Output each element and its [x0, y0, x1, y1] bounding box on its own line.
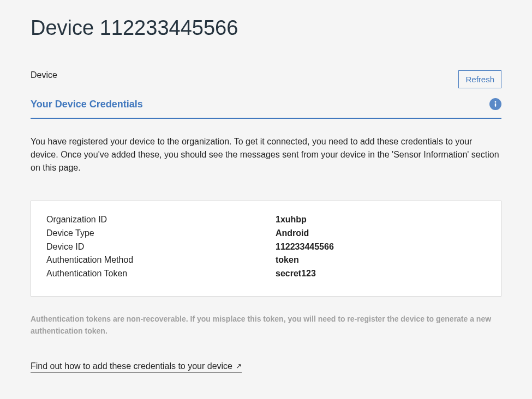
- intro-text: You have registered your device to the o…: [31, 135, 501, 174]
- cred-row-device-type: Device Type Android: [46, 227, 486, 240]
- org-id-value: 1xuhbp: [276, 213, 307, 227]
- token-warning: Authentication tokens are non-recoverabl…: [31, 313, 501, 337]
- auth-token-label: Authentication Token: [46, 267, 276, 281]
- credentials-box: Organization ID 1xuhbp Device Type Andro…: [31, 201, 501, 297]
- help-link-text: Find out how to add these credentials to…: [31, 361, 232, 371]
- cred-row-auth-method: Authentication Method token: [46, 253, 486, 267]
- auth-method-label: Authentication Method: [46, 253, 276, 267]
- cred-row-auth-token: Authentication Token secret123: [46, 267, 486, 281]
- device-id-label: Device ID: [46, 240, 276, 254]
- cred-row-org-id: Organization ID 1xuhbp: [46, 213, 486, 227]
- auth-token-value: secret123: [276, 267, 316, 281]
- device-label: Device: [31, 70, 57, 80]
- section-title: Your Device Credentials: [31, 99, 143, 110]
- svg-rect-1: [495, 103, 496, 106]
- device-type-value: Android: [276, 227, 309, 240]
- org-id-label: Organization ID: [46, 213, 276, 227]
- device-type-label: Device Type: [46, 227, 276, 240]
- device-id-value: 112233445566: [276, 240, 334, 254]
- info-icon[interactable]: [489, 98, 501, 110]
- external-link-icon: ↗: [236, 362, 242, 370]
- help-link[interactable]: Find out how to add these credentials to…: [31, 361, 242, 373]
- refresh-button[interactable]: Refresh: [458, 70, 501, 88]
- svg-point-0: [495, 101, 497, 103]
- cred-row-device-id: Device ID 112233445566: [46, 240, 486, 254]
- auth-method-value: token: [276, 253, 299, 267]
- page-title: Device 112233445566: [31, 16, 501, 40]
